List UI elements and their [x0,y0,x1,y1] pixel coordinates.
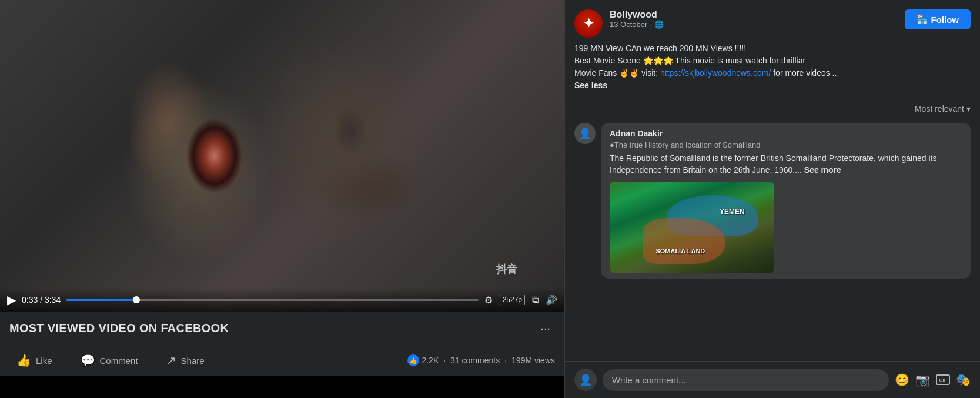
sort-dropdown[interactable]: Most relevant ▾ [915,104,971,113]
separator-dot2: · [504,356,507,365]
quality-badge: 2527p [500,295,525,305]
progress-dot [133,296,140,303]
caption-link[interactable]: https://skjbollywoodnews.com/ [660,68,771,78]
post-actions-bar: 👍 Like 💬 Comment ↗ Share 👍 2.2K · 31 com… [0,345,564,376]
settings-icon[interactable]: ⚙ [484,295,493,306]
more-options-button[interactable]: ··· [536,319,555,337]
comment-author: Adnan Daakir [610,129,962,138]
gif-icon[interactable]: GIF [936,374,950,385]
likes-value: 2.2K [422,356,439,365]
post-header: ✦ Bollywood 13 October · 🌐 🏪 Follow [565,0,980,42]
comment-avatar: 👤 [574,123,596,144]
follow-label: Follow [931,15,959,25]
page-meta: Bollywood 13 October · 🌐 [610,9,664,29]
progress-fill [66,299,136,301]
comment-input-area: 👤 Write a comment... 😊 📷 GIF 🎭 [565,361,980,398]
video-thumbnail [0,0,564,312]
map-label-somalia: SOMALIA LAND [655,248,705,255]
separator-dot: · [443,356,446,365]
comment-item: 👤 Adnan Daakir ●The true History and loc… [574,123,971,279]
sort-label: Most relevant [915,104,964,113]
video-panel: 抖音 ▶ 0:33 / 3:34 ⚙ 2527p ⧉ 🔊 MOST VIEWED… [0,0,564,398]
like-count-icon: 👍 [407,354,419,366]
see-more-button[interactable]: See more [804,165,841,175]
comment-map: YEMEN SOMALIA LAND [610,182,774,273]
caption-line3: Movie Fans ✌✌ visit: https://skjbollywoo… [574,67,971,79]
share-button[interactable]: ↗ Share [159,350,212,371]
post-date: 13 October · 🌐 [610,20,664,29]
post-title-bar: MOST VIEWED VIDEO ON FACEBOOK ··· [0,312,564,345]
map-label-yemen: YEMEN [720,208,745,216]
comment-button[interactable]: 💬 Comment [73,350,145,371]
right-panel: ✦ Bollywood 13 October · 🌐 🏪 Follow 199 … [564,0,980,398]
volume-icon[interactable]: 🔊 [546,295,557,306]
comments-list: 👤 Adnan Daakir ●The true History and loc… [565,118,980,361]
control-icons: ⚙ 2527p ⧉ 🔊 [484,295,557,306]
post-caption: 199 MN View CAn we reach 200 MN Views !!… [565,42,980,99]
map-visual: YEMEN SOMALIA LAND [610,182,774,273]
comment-input-box[interactable]: Write a comment... [603,369,889,391]
time-display: 0:33 / 3:34 [22,295,61,305]
follow-icon: 🏪 [917,14,928,25]
like-label: Like [36,356,52,366]
comment-input-icons: 😊 📷 GIF 🎭 [895,373,971,387]
video-controls: ▶ 0:33 / 3:34 ⚙ 2527p ⧉ 🔊 [0,288,564,312]
views-count: 199M views [511,356,555,365]
comment-icon: 💬 [81,353,95,367]
progress-bar[interactable] [66,299,478,301]
pip-icon[interactable]: ⧉ [532,295,539,305]
page-avatar: ✦ [574,9,603,38]
sticker-icon[interactable]: 🎭 [956,373,971,387]
emoji-icon[interactable]: 😊 [895,373,909,387]
play-button[interactable]: ▶ [7,293,16,307]
share-icon: ↗ [166,353,176,367]
follow-button[interactable]: 🏪 Follow [905,9,971,29]
like-count: 👍 2.2K [407,354,439,366]
post-title: MOST VIEWED VIDEO ON FACEBOOK [9,322,229,335]
camera-icon[interactable]: 📷 [915,373,930,387]
commenter-avatar: 👤 [574,369,597,391]
page-info: ✦ Bollywood 13 October · 🌐 [574,9,664,38]
action-buttons: 👍 Like 💬 Comment ↗ Share [9,350,212,371]
chevron-down-icon: ▾ [966,104,971,113]
share-label: Share [181,356,205,366]
caption-line2: Best Movie Scene 🌟🌟🌟 This movie is must … [574,55,971,67]
page-avatar-inner: ✦ [574,9,603,38]
comments-section: Most relevant ▾ 👤 Adnan Daakir ●The true… [565,99,980,398]
comment-text: The Republic of Somaliland is the former… [610,153,962,176]
comments-count: 31 comments [450,356,500,365]
like-button[interactable]: 👍 Like [9,350,59,371]
see-less-button[interactable]: See less [574,81,607,90]
like-icon: 👍 [16,353,31,367]
comments-header: Most relevant ▾ [565,99,980,118]
video-container[interactable]: 抖音 ▶ 0:33 / 3:34 ⚙ 2527p ⧉ 🔊 [0,0,564,312]
comment-subtitle: ●The true History and location of Somali… [610,141,962,149]
tiktok-watermark: 抖音 [496,262,517,276]
comment-bubble: Adnan Daakir ●The true History and locat… [601,123,971,279]
page-name[interactable]: Bollywood [610,9,664,20]
comment-label: Comment [100,356,138,366]
post-stats: 👍 2.2K · 31 comments · 199M views [407,354,555,366]
caption-line1: 199 MN View CAn we reach 200 MN Views !!… [574,42,971,55]
